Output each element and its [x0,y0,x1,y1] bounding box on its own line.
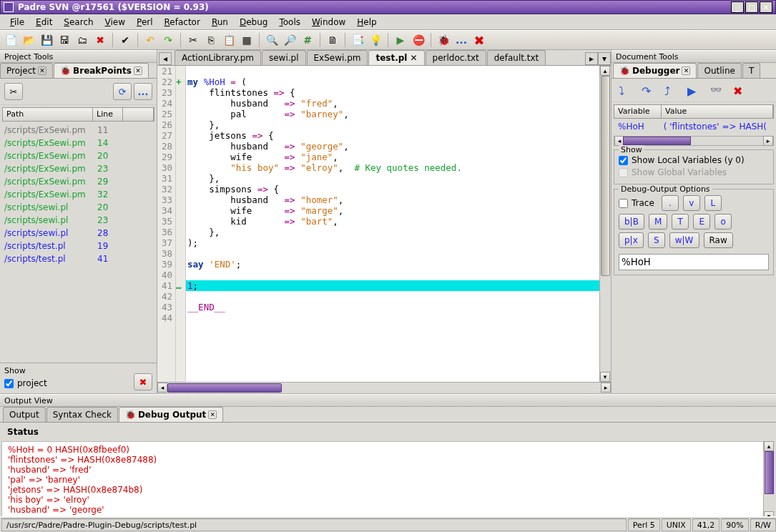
scroll-right-icon[interactable]: ▸ [601,383,611,393]
debug-stop-icon[interactable]: ✖ [471,32,487,48]
dbg-m-button[interactable]: M [649,214,667,230]
code-line[interactable]: husband => "george", [186,141,599,152]
editor-tab[interactable]: perldoc.txt [426,50,486,65]
menu-help[interactable]: Help [351,16,382,29]
close-file-icon[interactable]: ✖ [92,32,108,48]
paste-icon[interactable]: 📋 [221,32,237,48]
variable-row[interactable]: %HoH ( 'flintstones' => HASH( [614,119,774,134]
dbg-v-button[interactable]: v [683,195,700,211]
code-line[interactable] [186,66,599,77]
scroll-thumb[interactable] [765,451,774,494]
code-line[interactable]: }, [186,173,599,184]
scroll-up-icon[interactable]: ▴ [764,441,774,451]
code-line[interactable]: __END__ [186,302,599,312]
variables-scrollbar-h[interactable]: ◂ ▸ [614,136,774,146]
scroll-up-icon[interactable]: ▴ [600,66,610,76]
undo-icon[interactable]: ↶ [142,32,158,48]
dbg-t-button[interactable]: T [672,214,689,230]
close-icon[interactable]: ✕ [682,66,690,75]
editor-tab[interactable]: sewi.pl [262,50,306,65]
debug-expression-input[interactable] [619,254,769,270]
delete-all-bp-button[interactable]: ✖ [134,373,152,390]
code-editor[interactable]: 2122232425262728293031323334353637383940… [157,66,599,382]
tab-output[interactable]: Output [3,407,46,422]
code-line[interactable] [186,270,599,280]
replace-icon[interactable]: 🔎 [282,32,298,48]
code-line[interactable]: wife => "marge", [186,205,599,216]
menu-window[interactable]: Window [306,16,351,29]
stop-icon[interactable]: ⛔ [411,32,426,48]
tab-project[interactable]: Project✕ [0,63,53,78]
save-as-icon[interactable]: 🖫 [57,32,72,48]
run-icon[interactable]: ▶ [393,32,408,48]
scroll-thumb[interactable] [601,76,610,276]
cut-icon[interactable]: ✂ [185,32,201,48]
breakpoint-row[interactable]: /scripts/test.pl19 [2,240,154,252]
breakpoint-row[interactable]: /scripts/sewi.pl28 [2,227,154,240]
code-line[interactable] [186,312,599,323]
run-to-icon[interactable]: ▶ [687,84,700,96]
scroll-thumb[interactable] [623,137,691,145]
close-icon[interactable]: ✕ [38,66,46,75]
show-global-vars-checkbox[interactable]: Show Global Variables [619,167,769,177]
col-variable[interactable]: Variable [614,105,662,118]
tab-debugger[interactable]: 🐞Debugger✕ [613,63,697,78]
editor-scrollbar-v[interactable]: ▴ ▾ [599,66,611,382]
tab-extra[interactable]: T [742,63,760,78]
menu-debug[interactable]: Debug [234,16,273,29]
debug-quit-icon[interactable]: ✖ [733,84,746,96]
find-icon[interactable]: 🔍 [264,32,280,48]
close-icon[interactable]: ✕ [134,66,142,75]
delete-bp-button[interactable]: ✂ [4,83,23,100]
step-in-icon[interactable]: ⤵ [619,84,632,96]
more-bp-button[interactable]: ... [134,83,152,100]
breakpoint-row[interactable]: /scripts/ExSewi.pm20 [2,149,154,162]
breakpoint-row[interactable]: /scripts/sewi.pl20 [2,201,154,214]
open-icon[interactable]: 📂 [21,32,36,48]
tab-scroll-left-icon[interactable]: ◂ [159,52,172,65]
breakpoint-row[interactable]: /scripts/ExSewi.pm32 [2,188,154,201]
doc-stats-icon[interactable]: 🗎 [325,32,340,48]
code-line[interactable]: husband => "homer", [186,194,599,205]
breakpoint-row[interactable]: /scripts/ExSewi.pm29 [2,175,154,188]
tab-menu-icon[interactable]: ▾ [598,52,611,65]
menu-tools[interactable]: Tools [273,16,306,29]
menu-perl[interactable]: Perl [131,16,158,29]
copy-icon[interactable]: ⎘ [203,32,219,48]
hint-icon[interactable]: 💡 [368,32,383,48]
code-line[interactable]: kid => "bart", [186,216,599,227]
tab-syntax-check[interactable]: Syntax Check [46,407,118,422]
code-line[interactable]: say 'END'; [186,259,599,270]
code-line[interactable]: pal => "barney", [186,109,599,119]
dbg-e-button[interactable]: E [693,214,710,230]
close-icon[interactable]: ✕ [208,410,217,419]
breakpoint-row[interactable]: /scripts/ExSewi.pm23 [2,162,154,175]
bookmark-icon[interactable]: 📑 [350,32,365,48]
col-path[interactable]: Path [3,108,93,121]
dbg-s-button[interactable]: S [648,232,665,248]
step-over-icon[interactable]: ↷ [642,84,654,96]
spellcheck-icon[interactable]: ✔ [117,32,133,48]
dbg-ww-button[interactable]: w|W [669,232,699,248]
editor-tab[interactable]: ActionLibrary.pm [175,50,261,65]
code-line[interactable] [186,248,599,259]
code-line[interactable] [186,291,599,302]
code-line[interactable]: 1; [186,280,599,291]
dbg-px-button[interactable]: p|x [619,232,644,248]
debug-output-text[interactable]: %HoH = 0 HASH(0x8fbeef0) 'flintstones' =… [1,441,775,521]
select-all-icon[interactable]: ▦ [239,32,255,48]
menu-run[interactable]: Run [206,16,234,29]
code-line[interactable]: }, [186,119,599,130]
close-icon[interactable]: ✕ [410,53,417,63]
save-all-icon[interactable]: 🗂 [74,32,90,48]
debug-dots-icon[interactable]: ... [453,32,469,48]
code-line[interactable]: "his boy" => "elroy", # Key quotes neede… [186,162,599,173]
code-line[interactable]: wife => "jane", [186,152,599,162]
show-local-vars-checkbox[interactable]: Show Local Variables (y 0) [619,155,769,165]
new-file-icon[interactable]: 📄 [3,32,19,48]
menu-edit[interactable]: Edit [30,16,58,29]
breakpoint-row[interactable]: /scripts/ExSewi.pm11 [2,124,154,137]
scroll-right-icon[interactable]: ▸ [763,136,773,146]
menu-refactor[interactable]: Refactor [159,16,206,29]
menu-file[interactable]: File [4,16,30,29]
